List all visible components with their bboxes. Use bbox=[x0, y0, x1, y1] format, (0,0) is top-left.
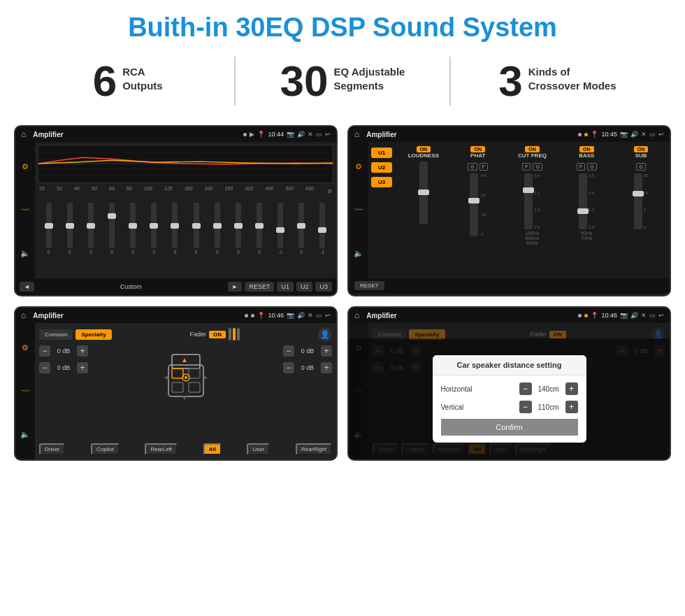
eq-reset-btn[interactable]: RESET bbox=[245, 282, 274, 292]
eq-slider-40[interactable]: 0 bbox=[81, 203, 100, 255]
fader-filter-btn[interactable]: ⚙ bbox=[22, 343, 29, 352]
vol-fl-minus[interactable]: − bbox=[39, 345, 50, 357]
xover-home-icon[interactable]: ⌂ bbox=[354, 129, 359, 139]
rearleft-btn[interactable]: RearLeft bbox=[145, 443, 178, 455]
vol-fl-plus[interactable]: + bbox=[77, 345, 88, 357]
eq-slider-100[interactable]: 0 bbox=[166, 203, 185, 255]
fader-speaker-btn[interactable]: 🔈 bbox=[20, 430, 30, 439]
xover-speaker-btn[interactable]: 🔈 bbox=[354, 249, 363, 258]
fader-wave-btn[interactable]: 〰 bbox=[22, 387, 29, 395]
fader-home-icon[interactable]: ⌂ bbox=[21, 310, 26, 320]
eq-prev-btn[interactable]: ◄ bbox=[20, 282, 34, 292]
copilot-btn[interactable]: Copilot bbox=[91, 443, 120, 455]
phat-g-btn[interactable]: G bbox=[468, 163, 477, 171]
eq-slider-320[interactable]: -1 bbox=[271, 203, 290, 255]
cutfreq-g-btn[interactable]: G bbox=[533, 163, 542, 171]
eq-wave-btn[interactable]: 〰 bbox=[22, 206, 29, 214]
fader-tab-common[interactable]: Common bbox=[39, 329, 73, 340]
phat-slider[interactable] bbox=[470, 173, 478, 236]
bass-slider[interactable] bbox=[579, 173, 587, 229]
fader-cam: 📷 bbox=[287, 312, 294, 319]
eq-slider-160[interactable]: 0 bbox=[208, 203, 226, 255]
fader-status-bar: ⌂ Amplifier 📍 10:46 📷 🔊 ✕ ▭ ↩ bbox=[15, 308, 336, 323]
eq-slider-63[interactable]: 0 bbox=[124, 203, 143, 255]
dialog-time: 10:46 bbox=[601, 312, 617, 319]
xover-u3-btn[interactable]: U3 bbox=[371, 177, 392, 187]
confirm-button[interactable]: Confirm bbox=[441, 419, 578, 436]
xover-ch-cutfreq: ON CUT FREQ F G 3.0 2.1 bbox=[507, 146, 558, 274]
eq-sliders-row: 0 0 0 5 0 bbox=[38, 199, 333, 255]
phat-on[interactable]: ON bbox=[470, 146, 485, 152]
vol-rr-minus[interactable]: − bbox=[283, 362, 294, 373]
vol-control-rr: − 0 dB + bbox=[283, 362, 332, 373]
xover-status-bar: ⌂ Amplifier 📍 10:45 📷 🔊 ✕ ▭ ↩ bbox=[349, 127, 670, 142]
fader-profile-icon[interactable]: 👤 bbox=[318, 327, 332, 341]
dialog-back: ↩ bbox=[658, 312, 664, 319]
xover-filter-btn[interactable]: ⚙ bbox=[355, 162, 362, 171]
eq-slider-200[interactable]: 0 bbox=[229, 203, 247, 255]
eq-slider-25[interactable]: 0 bbox=[39, 203, 58, 255]
eq-u1-btn[interactable]: U1 bbox=[277, 282, 294, 292]
eq-slider-500[interactable]: -1 bbox=[313, 203, 332, 255]
xover-u1-btn[interactable]: U1 bbox=[371, 148, 392, 158]
horizontal-minus-btn[interactable]: − bbox=[519, 382, 532, 395]
sub-g-btn[interactable]: G bbox=[636, 163, 645, 171]
xover-wave-btn[interactable]: 〰 bbox=[355, 206, 363, 214]
eq-slider-80[interactable]: 0 bbox=[145, 203, 164, 255]
eq-slider-32[interactable]: 0 bbox=[60, 203, 79, 255]
bass-f-btn[interactable]: F bbox=[577, 163, 585, 171]
vol-rl-plus[interactable]: + bbox=[77, 362, 88, 373]
rearright-btn[interactable]: RearRight bbox=[296, 443, 332, 455]
eq-u3-btn[interactable]: U3 bbox=[315, 282, 332, 292]
xover-reset-btn[interactable]: RESET bbox=[354, 281, 384, 290]
eq-slider-50[interactable]: 5 bbox=[102, 203, 121, 255]
user-btn[interactable]: User bbox=[247, 443, 270, 455]
vol-fr-value: 0 dB bbox=[297, 348, 318, 354]
bass-g-btn[interactable]: G bbox=[587, 163, 596, 171]
svg-rect-8 bbox=[189, 368, 200, 378]
horizontal-stepper[interactable]: − 140cm + bbox=[519, 382, 578, 395]
vol-rr-plus[interactable]: + bbox=[321, 362, 332, 373]
loudness-on[interactable]: ON bbox=[417, 146, 431, 152]
horizontal-plus-btn[interactable]: + bbox=[565, 382, 578, 395]
sub-slider[interactable] bbox=[634, 173, 642, 229]
xover-cam: 📷 bbox=[620, 131, 628, 138]
bass-on[interactable]: ON bbox=[579, 146, 594, 152]
vol-fr-plus[interactable]: + bbox=[321, 345, 332, 357]
sub-on[interactable]: ON bbox=[634, 146, 649, 152]
phat-f-btn[interactable]: F bbox=[480, 163, 488, 171]
vertical-plus-btn[interactable]: + bbox=[565, 401, 578, 413]
cutfreq-on[interactable]: ON bbox=[525, 146, 540, 152]
eq-slider-400[interactable]: 0 bbox=[292, 203, 311, 255]
dialog-overlay: Car speaker distance setting Horizontal … bbox=[349, 338, 670, 459]
eq-u2-btn[interactable]: U2 bbox=[296, 282, 313, 292]
distance-dialog[interactable]: Car speaker distance setting Horizontal … bbox=[433, 355, 586, 443]
xover-ch-bass: ON BASS F G 3.0 2.5 1.5 bbox=[561, 146, 612, 274]
vol-fr-minus[interactable]: − bbox=[283, 345, 294, 357]
cutfreq-f-btn[interactable]: F bbox=[522, 163, 531, 171]
eq-controls-bar: ◄ Custom ► RESET U1 U2 U3 bbox=[15, 278, 336, 295]
dialog-vertical-row: Vertical − 110cm + bbox=[441, 401, 578, 413]
svg-point-12 bbox=[185, 376, 187, 379]
eq-speaker-btn[interactable]: 🔈 bbox=[20, 249, 30, 258]
xover-u2-btn[interactable]: U2 bbox=[371, 162, 392, 173]
play-icon: ▶ bbox=[250, 131, 254, 138]
eq-sidebar: ⚙ 〰 🔈 bbox=[15, 142, 35, 278]
fader-tab-specialty[interactable]: Specialty bbox=[75, 329, 111, 340]
eq-slider-250[interactable]: 0 bbox=[250, 203, 268, 255]
cutfreq-slider-1[interactable] bbox=[524, 173, 533, 229]
vertical-minus-btn[interactable]: − bbox=[519, 401, 532, 413]
vertical-stepper[interactable]: − 110cm + bbox=[519, 401, 578, 413]
dialog-home-icon[interactable]: ⌂ bbox=[354, 310, 359, 320]
loudness-slider[interactable] bbox=[419, 162, 428, 224]
eq-next-btn[interactable]: ► bbox=[228, 282, 243, 292]
driver-btn[interactable]: Driver bbox=[39, 443, 65, 455]
fader-on-badge[interactable]: ON bbox=[209, 331, 226, 338]
all-btn[interactable]: All bbox=[203, 443, 222, 455]
eq-filter-btn[interactable]: ⚙ bbox=[22, 162, 29, 171]
eq-slider-125[interactable]: 0 bbox=[187, 203, 206, 255]
crossover-screen-card: ⌂ Amplifier 📍 10:45 📷 🔊 ✕ ▭ ↩ ⚙ 〰 🔈 bbox=[347, 125, 671, 296]
home-icon[interactable]: ⌂ bbox=[21, 129, 26, 139]
vol-rl-minus[interactable]: − bbox=[39, 362, 50, 373]
window-icon: ▭ bbox=[316, 131, 322, 138]
